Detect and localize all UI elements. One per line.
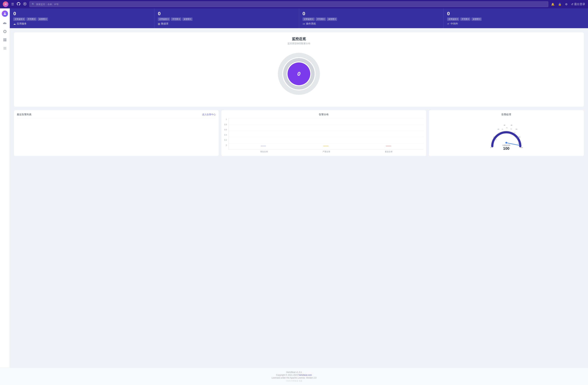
y-label-0: 0 bbox=[224, 144, 227, 146]
donut-chart: 0 bbox=[274, 49, 323, 98]
grid-5 bbox=[229, 143, 423, 143]
app-service-title: ☁ 应用服务 bbox=[13, 22, 151, 25]
svg-rect-9 bbox=[3, 48, 6, 48]
svg-point-3 bbox=[4, 31, 5, 32]
overview-subtitle: 监控类型纳管数量分布 bbox=[288, 42, 310, 45]
badge-unmanaged: 未管理 0 bbox=[327, 18, 337, 21]
app-service-badges: 正常监控 0 不可用 0 未管理 0 bbox=[13, 18, 151, 21]
svg-text:80: 80 bbox=[518, 143, 519, 144]
gauge-svg: 0 10 20 30 40 50 60 100 10 20 30 bbox=[489, 118, 524, 153]
badge-normal: 正常监控 0 bbox=[158, 18, 170, 21]
settings-icon[interactable]: ⚙ bbox=[565, 3, 567, 6]
top-cards: 0 正常监控 0 不可用 0 未管理 0 ☁ 应用服务 0 正常监控 0 不可用… bbox=[10, 8, 588, 28]
alert-list-empty bbox=[17, 118, 216, 129]
os-title: ㎝ 操作系统 bbox=[303, 22, 440, 25]
notification-icon[interactable]: 🔔 bbox=[551, 3, 555, 6]
card-middleware[interactable]: 0 正常监控 0 不可用 0 未管理 0 ㎡ 中间件 bbox=[444, 8, 588, 28]
alert-list-header: 最近告警列表 进入告警中心 bbox=[17, 113, 216, 116]
alert-center-link[interactable]: 进入告警中心 bbox=[202, 113, 216, 116]
svg-rect-6 bbox=[3, 40, 4, 41]
card-app-service[interactable]: 0 正常监控 0 不可用 0 未管理 0 ☁ 应用服务 bbox=[10, 8, 154, 28]
sidebar-item-monitor[interactable] bbox=[1, 28, 8, 35]
overview-section: 监控总览 监控类型纳管数量分布 0 bbox=[14, 32, 584, 107]
search-input[interactable] bbox=[36, 3, 546, 6]
chart-inner: 1 0.8 0.6 0.4 0.2 0 bbox=[224, 118, 423, 150]
badge-normal: 正常监控 0 bbox=[13, 18, 25, 21]
alert-proc-panel: 告警处理 0 10 bbox=[429, 110, 584, 156]
menu-icon[interactable]: ☰ bbox=[11, 2, 14, 6]
svg-text:0: 0 bbox=[490, 147, 491, 148]
logout-button[interactable]: ↺ 退出登录 bbox=[571, 2, 585, 6]
logout-label: 退出登录 bbox=[574, 2, 585, 6]
sidebar-item-list[interactable] bbox=[1, 45, 8, 52]
search-bar: 🔍 bbox=[29, 1, 548, 7]
card-os[interactable]: 0 正常监控 0 不可用 0 未管理 0 ㎝ 操作系统 bbox=[299, 8, 444, 28]
svg-text:50: 50 bbox=[511, 128, 512, 130]
svg-text:100: 100 bbox=[521, 147, 523, 148]
grid-1 bbox=[229, 118, 423, 119]
logout-icon: ↺ bbox=[571, 3, 573, 6]
svg-text:告警处理率: 告警处理率 bbox=[503, 144, 510, 146]
os-count: 0 bbox=[303, 11, 440, 16]
x-label-warning: 警告告警 bbox=[260, 150, 268, 153]
bars-container bbox=[229, 118, 423, 146]
svg-text:100: 100 bbox=[503, 146, 510, 151]
y-label-06: 0.6 bbox=[224, 129, 227, 131]
svg-text:20: 20 bbox=[498, 133, 500, 134]
svg-rect-5 bbox=[5, 39, 6, 40]
avatar[interactable] bbox=[2, 10, 8, 17]
y-label-08: 0.8 bbox=[224, 123, 227, 126]
svg-rect-4 bbox=[3, 39, 4, 40]
navbar-right: 🔔 🔒 ⚙ ↺ 退出登录 bbox=[551, 2, 585, 6]
gauge-chart: 0 10 20 30 40 50 60 100 10 20 30 bbox=[489, 118, 524, 153]
navbar: H ☰ 🔍 🔔 🔒 ⚙ ↺ 退出登录 bbox=[0, 0, 588, 8]
svg-text:30: 30 bbox=[504, 124, 505, 126]
footer-note: ©SDN 申辨通道 客服 bbox=[3, 380, 585, 382]
badge-normal: 正常监控 0 bbox=[447, 18, 459, 21]
sidebar bbox=[0, 8, 10, 368]
footer-link[interactable]: hertzbeat.com bbox=[298, 374, 312, 376]
alert-proc-title: 告警处理 bbox=[501, 113, 511, 116]
circle-icon[interactable] bbox=[23, 2, 27, 6]
x-label-serious: 严重告警 bbox=[322, 150, 330, 153]
overview-title: 监控总览 bbox=[292, 37, 306, 41]
grid-3 bbox=[229, 131, 423, 131]
badge-unavail: 不可用 0 bbox=[460, 18, 470, 21]
alert-list-title: 最近告警列表 bbox=[17, 113, 32, 116]
os-icon: ㎝ bbox=[303, 22, 305, 25]
lock-icon[interactable]: 🔒 bbox=[558, 3, 562, 6]
sidebar-item-grid[interactable] bbox=[1, 36, 8, 43]
grid-2 bbox=[229, 124, 423, 125]
y-label-1: 1 bbox=[224, 118, 227, 120]
svg-text:20: 20 bbox=[498, 128, 499, 130]
sidebar-item-cloud[interactable] bbox=[1, 20, 8, 27]
alert-dist-title: 告警分布 bbox=[224, 113, 423, 116]
github-icon[interactable] bbox=[17, 2, 20, 6]
app-logo: H bbox=[3, 1, 8, 7]
badge-unavail: 不可用 0 bbox=[171, 18, 181, 21]
svg-rect-10 bbox=[3, 49, 6, 49]
svg-text:10: 10 bbox=[496, 139, 497, 140]
y-label-04: 0.4 bbox=[224, 134, 227, 136]
svg-text:10: 10 bbox=[493, 136, 495, 138]
svg-rect-8 bbox=[3, 47, 6, 48]
dashboard-main: 监控总览 监控类型纳管数量分布 0 bbox=[10, 28, 588, 368]
x-label-critical: 紧急告警 bbox=[385, 150, 393, 153]
main-layout: 0 正常监控 0 不可用 0 未管理 0 ☁ 应用服务 0 正常监控 0 不可用… bbox=[0, 8, 588, 368]
svg-text:60: 60 bbox=[519, 136, 520, 138]
card-database[interactable]: 0 正常监控 0 不可用 0 未管理 0 ▤ 数据库 bbox=[154, 8, 299, 28]
app-service-count: 0 bbox=[13, 11, 151, 16]
svg-rect-7 bbox=[5, 40, 6, 41]
os-badges: 正常监控 0 不可用 0 未管理 0 bbox=[303, 18, 440, 21]
middleware-badges: 正常监控 0 不可用 0 未管理 0 bbox=[447, 18, 585, 21]
database-badges: 正常监控 0 不可用 0 未管理 0 bbox=[158, 18, 295, 21]
svg-text:70: 70 bbox=[517, 137, 518, 139]
search-icon: 🔍 bbox=[32, 3, 35, 6]
svg-text:30: 30 bbox=[502, 129, 503, 130]
alert-dist-chart: 1 0.8 0.6 0.4 0.2 0 bbox=[224, 118, 423, 153]
middleware-title: ㎡ 中间件 bbox=[447, 22, 585, 25]
alert-list-panel: 最近告警列表 进入告警中心 bbox=[14, 110, 219, 156]
footer-version: HertzBeat v1.3.1 bbox=[3, 371, 585, 373]
middleware-icon: ㎡ bbox=[447, 22, 450, 25]
svg-text:50: 50 bbox=[516, 128, 517, 130]
